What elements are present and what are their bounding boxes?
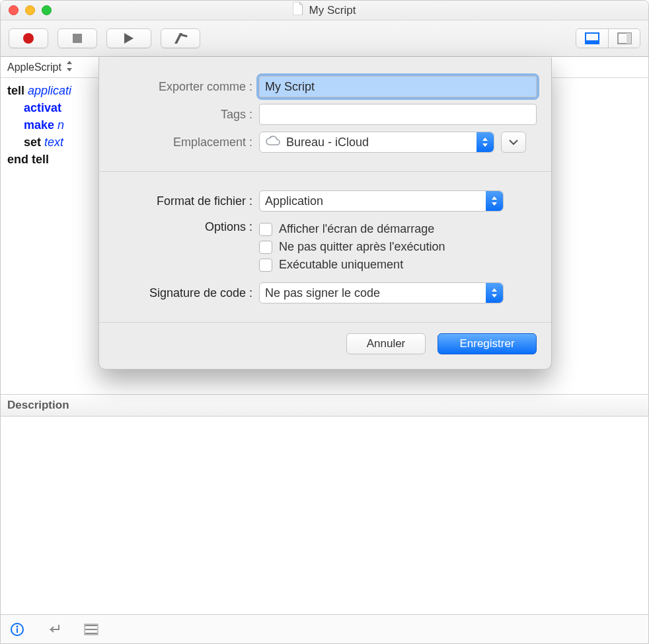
svg-rect-4: [586, 40, 599, 44]
export-as-input[interactable]: [259, 76, 537, 97]
option-run-only-label: Exécutable uniquement: [279, 258, 403, 272]
tags-label: Tags :: [114, 108, 259, 122]
svg-rect-1: [73, 34, 82, 43]
popup-arrows-icon: [486, 191, 503, 211]
location-value: Bureau - iCloud: [286, 136, 369, 149]
updown-icon: [65, 61, 73, 74]
option-stay-open[interactable]: Ne pas quitter après l'exécution: [259, 240, 537, 254]
window-title-text: My Script: [309, 4, 356, 17]
record-button[interactable]: [9, 28, 48, 48]
tags-input[interactable]: [259, 104, 537, 125]
export-sheet-top: Exporter comme : Tags : Emplacement : Bu…: [99, 58, 551, 171]
sheet-buttons: Annuler Enregistrer: [99, 323, 551, 369]
code-text: activat: [24, 101, 61, 114]
stop-button[interactable]: [57, 28, 97, 48]
checkbox-icon: [259, 241, 272, 254]
titlebar: My Script: [1, 1, 648, 20]
compile-button[interactable]: [161, 28, 200, 48]
location-popup[interactable]: Bureau - iCloud: [259, 132, 494, 153]
save-button[interactable]: Enregistrer: [438, 333, 537, 354]
popup-arrows-icon: [477, 132, 494, 152]
language-selector-label: AppleScript: [7, 61, 61, 73]
code-text: make: [24, 118, 57, 132]
file-format-label: Format de fichier :: [114, 194, 259, 208]
cancel-button-label: Annuler: [367, 337, 406, 350]
file-format-value: Application: [265, 194, 323, 208]
code-text: end tell: [7, 153, 49, 166]
description-body[interactable]: [1, 417, 648, 615]
code-sign-popup[interactable]: Ne pas signer le code: [259, 282, 504, 303]
return-icon[interactable]: [47, 623, 61, 636]
save-button-label: Enregistrer: [459, 337, 514, 350]
svg-rect-2: [180, 34, 187, 37]
options-label: Options :: [114, 218, 259, 234]
code-text: tell: [7, 84, 28, 97]
document-icon: [293, 2, 304, 19]
option-show-startup[interactable]: Afficher l'écran de démarrage: [259, 222, 537, 236]
export-sheet: Exporter comme : Tags : Emplacement : Bu…: [98, 58, 552, 370]
export-sheet-options: Format de fichier : Application Options …: [99, 172, 551, 322]
window-title: My Script: [293, 2, 356, 19]
close-window-button[interactable]: [9, 5, 19, 15]
minimize-window-button[interactable]: [25, 5, 35, 15]
checkbox-icon: [259, 259, 272, 272]
code-sign-value: Ne pas signer le code: [265, 286, 380, 300]
run-button[interactable]: [106, 28, 151, 48]
cloud-icon: [265, 136, 281, 149]
svg-rect-11: [85, 629, 97, 630]
zoom-window-button[interactable]: [42, 5, 52, 15]
option-stay-open-label: Ne pas quitter après l'exécution: [279, 240, 445, 254]
language-selector[interactable]: AppleScript: [1, 57, 100, 77]
toolbar: [1, 20, 648, 57]
code-text: applicati: [28, 84, 71, 97]
option-run-only[interactable]: Exécutable uniquement: [259, 258, 537, 272]
svg-rect-10: [85, 625, 97, 626]
bottom-bar: [1, 614, 648, 643]
svg-point-8: [17, 625, 19, 627]
cancel-button[interactable]: Annuler: [346, 333, 426, 354]
description-header-label: Description: [7, 399, 69, 412]
svg-point-0: [23, 33, 34, 44]
expand-location-button[interactable]: [501, 132, 526, 153]
view-mode-segment: [576, 28, 640, 48]
option-show-startup-label: Afficher l'écran de démarrage: [279, 222, 434, 236]
svg-rect-9: [17, 628, 18, 633]
window-traffic-lights: [1, 5, 52, 15]
checkbox-icon: [259, 223, 272, 236]
code-text: set: [24, 136, 44, 149]
svg-rect-6: [627, 33, 631, 44]
svg-rect-12: [85, 633, 97, 634]
popup-arrows-icon: [486, 283, 503, 303]
code-text: text: [44, 136, 63, 149]
view-mode-log[interactable]: [608, 29, 640, 48]
list-icon[interactable]: [84, 624, 98, 635]
code-text: n: [57, 118, 64, 132]
description-header: Description: [1, 394, 648, 417]
code-sign-label: Signature de code :: [114, 286, 259, 300]
info-icon[interactable]: [10, 622, 24, 637]
file-format-popup[interactable]: Application: [259, 190, 504, 212]
view-mode-editor[interactable]: [576, 29, 608, 48]
location-label: Emplacement :: [114, 136, 259, 149]
export-as-label: Exporter comme :: [114, 80, 259, 94]
